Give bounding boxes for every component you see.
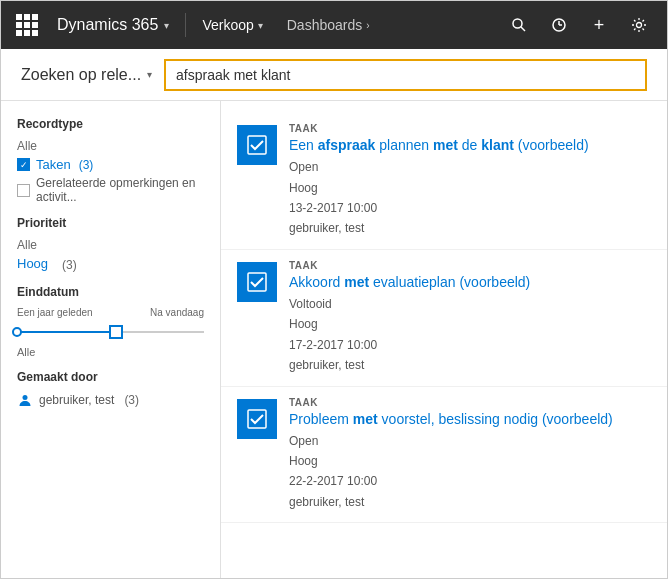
task-icon — [246, 408, 268, 430]
result-item[interactable]: TAAK Probleem met voorstel, beslissing n… — [221, 387, 667, 524]
filter-item-taken[interactable]: Taken (3) — [17, 157, 204, 172]
waffle-button[interactable] — [9, 1, 45, 49]
svg-rect-8 — [248, 273, 266, 291]
nav-chevron-verkoop: ▾ — [258, 20, 263, 31]
date-range-thumb-right[interactable] — [109, 325, 123, 339]
svg-rect-9 — [248, 410, 266, 428]
date-left-label: Een jaar geleden — [17, 307, 93, 318]
search-label-chevron-icon: ▾ — [147, 69, 152, 80]
plus-icon: + — [594, 15, 605, 36]
settings-button[interactable] — [619, 1, 659, 49]
svg-point-6 — [23, 395, 28, 400]
maker-section-title: Gemaakt door — [17, 370, 204, 384]
taken-label: Taken — [36, 157, 71, 172]
gear-icon — [631, 17, 647, 33]
brand-text: Dynamics 365 — [57, 16, 158, 34]
brand-chevron-icon: ▾ — [164, 20, 169, 31]
date-range-track — [17, 322, 204, 342]
result-body-1: TAAK Akkoord met evaluatieplan (voorbeel… — [289, 260, 651, 376]
result-body-2: TAAK Probleem met voorstel, beslissing n… — [289, 397, 651, 513]
clock-icon — [551, 17, 567, 33]
svg-point-5 — [637, 23, 642, 28]
waffle-icon — [16, 14, 38, 36]
result-meta-1: VoltooidHoog17-2-2017 10:00gebruiker, te… — [289, 294, 651, 376]
date-range-filter: Een jaar geleden Na vandaag Alle — [17, 307, 204, 358]
recordtype-all: Alle — [17, 139, 204, 153]
priority-all: Alle — [17, 238, 204, 252]
breadcrumb: Dashboards › — [275, 17, 382, 33]
result-meta-2: OpenHoog22-2-2017 10:00gebruiker, test — [289, 431, 651, 513]
app-window: Dynamics 365 ▾ Verkoop ▾ Dashboards › — [0, 0, 668, 579]
result-item[interactable]: TAAK Een afspraak plannen met de klant (… — [221, 113, 667, 250]
date-range-thumb-left[interactable] — [12, 327, 22, 337]
search-label-text: Zoeken op rele... — [21, 66, 141, 84]
person-icon — [17, 392, 33, 408]
priority-hoog-label: Hoog — [17, 256, 48, 271]
searchbar: Zoeken op rele... ▾ — [1, 49, 667, 101]
result-meta-0: OpenHoog13-2-2017 10:00gebruiker, test — [289, 157, 651, 239]
date-right-label: Na vandaag — [150, 307, 204, 318]
breadcrumb-text: Dashboards — [287, 17, 363, 33]
date-range-labels: Een jaar geleden Na vandaag — [17, 307, 204, 318]
result-type-0: TAAK — [289, 123, 651, 134]
topbar: Dynamics 365 ▾ Verkoop ▾ Dashboards › — [1, 1, 667, 49]
result-body-0: TAAK Een afspraak plannen met de klant (… — [289, 123, 651, 239]
search-icon — [511, 17, 527, 33]
svg-line-1 — [521, 27, 525, 31]
maker-item[interactable]: gebruiker, test (3) — [17, 392, 204, 408]
svg-rect-7 — [248, 136, 266, 154]
result-icon-0 — [237, 125, 277, 165]
main-content: Recordtype Alle Taken (3) Gerelateerde o… — [1, 101, 667, 578]
recordtype-section-title: Recordtype — [17, 117, 204, 131]
result-type-2: TAAK — [289, 397, 651, 408]
nav-label-verkoop: Verkoop — [202, 17, 253, 33]
maker-count: (3) — [124, 393, 139, 407]
search-input[interactable] — [166, 61, 645, 89]
search-button[interactable] — [499, 1, 539, 49]
svg-point-0 — [513, 19, 522, 28]
priority-hoog-count: (3) — [62, 258, 77, 272]
brand-button[interactable]: Dynamics 365 ▾ — [45, 1, 181, 49]
maker-name: gebruiker, test — [39, 393, 114, 407]
gerelateerd-checkbox[interactable] — [17, 184, 30, 197]
date-range-fill — [17, 331, 120, 333]
search-label[interactable]: Zoeken op rele... ▾ — [21, 66, 152, 84]
priority-section-title: Prioriteit — [17, 216, 204, 230]
results-panel: TAAK Een afspraak plannen met de klant (… — [221, 101, 667, 578]
task-icon — [246, 134, 268, 156]
einddatum-section-title: Einddatum — [17, 285, 204, 299]
result-icon-1 — [237, 262, 277, 302]
breadcrumb-arrow-icon: › — [366, 20, 369, 31]
add-button[interactable]: + — [579, 1, 619, 49]
result-item[interactable]: TAAK Akkoord met evaluatieplan (voorbeel… — [221, 250, 667, 387]
filter-item-gerelateerd[interactable]: Gerelateerde opmerkingen en activit... — [17, 176, 204, 204]
date-range-all: Alle — [17, 346, 204, 358]
topbar-divider — [185, 13, 186, 37]
task-icon — [246, 271, 268, 293]
taken-count: (3) — [79, 158, 94, 172]
filter-priority-hoog[interactable]: Hoog (3) — [17, 256, 204, 273]
result-title-0: Een afspraak plannen met de klant (voorb… — [289, 136, 651, 154]
gerelateerd-label: Gerelateerde opmerkingen en activit... — [36, 176, 204, 204]
result-title-2: Probleem met voorstel, beslissing nodig … — [289, 410, 651, 428]
result-type-1: TAAK — [289, 260, 651, 271]
topbar-actions: + — [499, 1, 659, 49]
result-title-1: Akkoord met evaluatieplan (voorbeeld) — [289, 273, 651, 291]
taken-checkbox[interactable] — [17, 158, 30, 171]
filter-panel: Recordtype Alle Taken (3) Gerelateerde o… — [1, 101, 221, 578]
history-button[interactable] — [539, 1, 579, 49]
search-input-wrap — [164, 59, 647, 91]
result-icon-2 — [237, 399, 277, 439]
nav-item-verkoop[interactable]: Verkoop ▾ — [190, 1, 274, 49]
